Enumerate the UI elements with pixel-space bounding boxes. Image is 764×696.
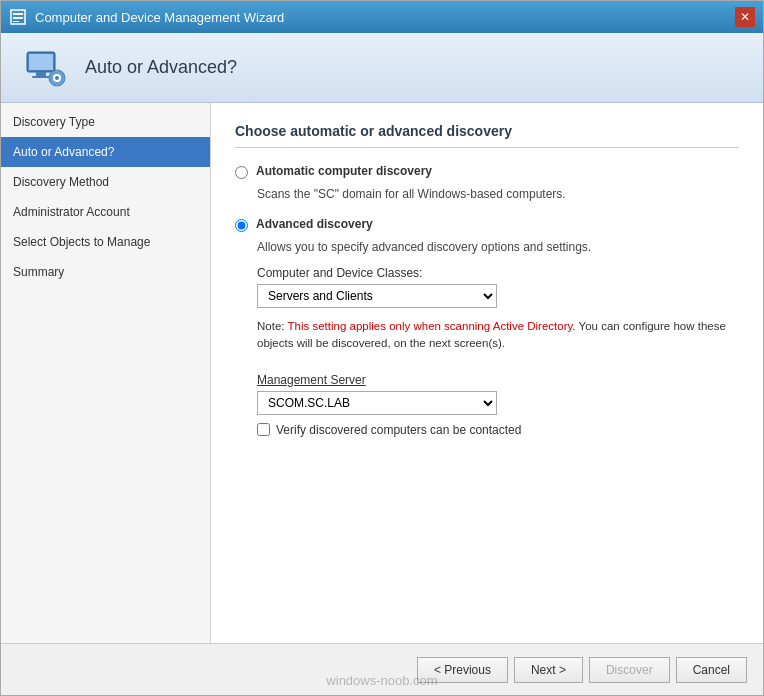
svg-rect-11 bbox=[56, 70, 58, 73]
wizard-icon bbox=[21, 44, 69, 92]
sidebar-item-select-objects[interactable]: Select Objects to Manage bbox=[1, 227, 210, 257]
app-icon bbox=[9, 8, 27, 26]
title-bar-left: Computer and Device Management Wizard bbox=[9, 8, 284, 26]
advanced-option-row: Advanced discovery bbox=[235, 217, 739, 232]
note-label: Note: bbox=[257, 320, 285, 332]
device-classes-group: Computer and Device Classes: Servers and… bbox=[257, 266, 739, 353]
content-area: Choose automatic or advanced discovery A… bbox=[211, 103, 763, 643]
management-server-select[interactable]: SCOM.SC.LAB bbox=[257, 391, 497, 415]
advanced-option-label: Advanced discovery bbox=[256, 217, 373, 231]
management-server-section: Management Server SCOM.SC.LAB Verify dis… bbox=[257, 373, 739, 437]
sidebar-item-discovery-type[interactable]: Discovery Type bbox=[1, 107, 210, 137]
main-area: Discovery Type Auto or Advanced? Discove… bbox=[1, 103, 763, 643]
wizard-window: Computer and Device Management Wizard ✕ bbox=[0, 0, 764, 696]
sidebar-item-auto-advanced[interactable]: Auto or Advanced? bbox=[1, 137, 210, 167]
svg-rect-7 bbox=[32, 76, 50, 78]
content-title: Choose automatic or advanced discovery bbox=[235, 123, 739, 148]
header-title: Auto or Advanced? bbox=[85, 57, 237, 78]
svg-rect-1 bbox=[13, 13, 23, 15]
svg-rect-13 bbox=[49, 77, 52, 79]
sidebar: Discovery Type Auto or Advanced? Discove… bbox=[1, 103, 211, 643]
verify-checkbox-row: Verify discovered computers can be conta… bbox=[257, 423, 739, 437]
device-classes-label: Computer and Device Classes: bbox=[257, 266, 739, 280]
advanced-option-desc: Allows you to specify advanced discovery… bbox=[257, 240, 739, 254]
automatic-option-row: Automatic computer discovery bbox=[235, 164, 739, 179]
svg-rect-5 bbox=[29, 54, 53, 70]
window-title: Computer and Device Management Wizard bbox=[35, 10, 284, 25]
cancel-button[interactable]: Cancel bbox=[676, 657, 747, 683]
automatic-option-desc: Scans the "SC" domain for all Windows-ba… bbox=[257, 187, 739, 201]
svg-rect-2 bbox=[13, 17, 23, 19]
sidebar-item-discovery-method[interactable]: Discovery Method bbox=[1, 167, 210, 197]
title-bar-controls: ✕ bbox=[735, 7, 755, 27]
device-classes-select[interactable]: Servers and Clients Servers Only Clients… bbox=[257, 284, 497, 308]
management-server-label: Management Server bbox=[257, 373, 739, 387]
note-highlight: This setting applies only when scanning … bbox=[288, 320, 576, 332]
verify-label: Verify discovered computers can be conta… bbox=[276, 423, 521, 437]
svg-point-10 bbox=[55, 76, 59, 80]
previous-button[interactable]: < Previous bbox=[417, 657, 508, 683]
radio-advanced[interactable] bbox=[235, 219, 248, 232]
title-bar: Computer and Device Management Wizard ✕ bbox=[1, 1, 763, 33]
close-button[interactable]: ✕ bbox=[735, 7, 755, 27]
svg-rect-6 bbox=[36, 72, 46, 76]
svg-rect-14 bbox=[62, 77, 65, 79]
sidebar-item-admin-account[interactable]: Administrator Account bbox=[1, 197, 210, 227]
verify-checkbox[interactable] bbox=[257, 423, 270, 436]
footer: < Previous Next > Discover Cancel bbox=[1, 643, 763, 695]
note-text: Note: This setting applies only when sca… bbox=[257, 318, 727, 353]
svg-rect-12 bbox=[56, 83, 58, 86]
next-button[interactable]: Next > bbox=[514, 657, 583, 683]
automatic-option-label: Automatic computer discovery bbox=[256, 164, 432, 178]
header-section: Auto or Advanced? bbox=[1, 33, 763, 103]
sidebar-item-summary[interactable]: Summary bbox=[1, 257, 210, 287]
discover-button[interactable]: Discover bbox=[589, 657, 670, 683]
svg-rect-3 bbox=[13, 21, 19, 22]
radio-automatic[interactable] bbox=[235, 166, 248, 179]
